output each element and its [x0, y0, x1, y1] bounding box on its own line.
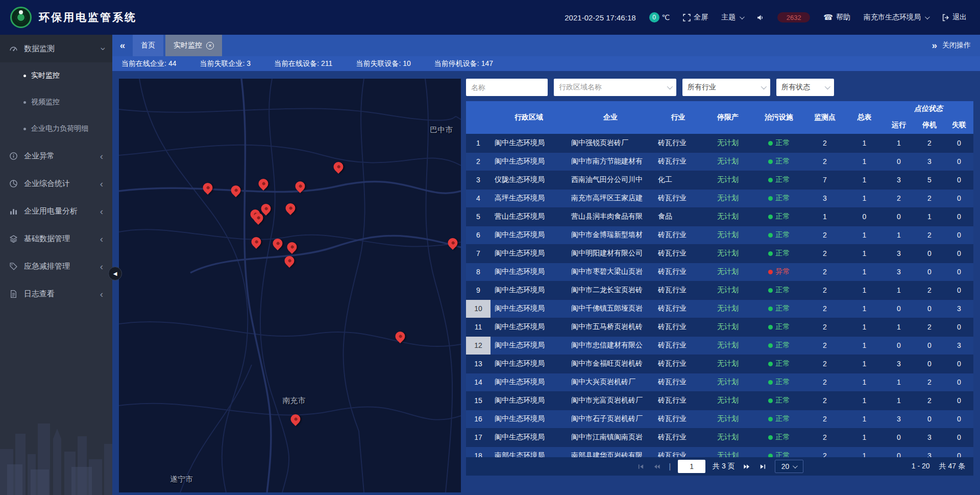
table-row[interactable]: 5营山生态环境局营山县润丰肉食品有限食品无计划正常10010 [466, 207, 973, 226]
tabs-scroll-left-icon[interactable]: « [112, 35, 133, 56]
tabs-scroll-right-icon[interactable]: » [932, 40, 937, 51]
sidebar-item-企业电力负荷明细[interactable]: 企业电力负荷明细 [0, 115, 112, 142]
logout-button[interactable]: 退出 [942, 13, 967, 22]
cell-region: 阆中生态环境局 [491, 152, 567, 171]
cell-monitor-count: 2 [804, 336, 845, 355]
sidebar: 数据监测‹实时监控视频监控企业电力负荷明细企业异常‹企业综合统计‹企业用电量分析… [0, 35, 112, 495]
table-row[interactable]: 16阆中生态环境局阆中市石子页岩机砖厂砖瓦行业无计划正常21300 [466, 410, 973, 428]
sidebar-group-3[interactable]: 企业用电量分析‹ [0, 197, 112, 225]
table-row[interactable]: 14阆中生态环境局阆中大兴页岩机砖厂砖瓦行业无计划正常21120 [466, 373, 973, 391]
sidebar-item-label: 实时监控 [31, 71, 60, 80]
sidebar-group-4[interactable]: 基础数据管理‹ [0, 225, 112, 252]
status-dot-icon [768, 325, 773, 329]
cell-lost-count: 0 [945, 244, 973, 263]
cell-facility-status: 正常 [753, 134, 804, 152]
cell-stop-count: 0 [914, 263, 945, 281]
tab-实时监控[interactable]: 实时监控× [165, 35, 222, 56]
table-row[interactable]: 4高坪生态环境局南充市高坪区王家店建砖瓦行业无计划正常31220 [466, 189, 973, 207]
cell-row-number: 10 [466, 299, 491, 318]
cell-company: 阆中市南方节能建材有 [567, 152, 654, 171]
table-row[interactable]: 8阆中生态环境局阆中市枣碧大梁山页岩砖瓦行业无计划异常21300 [466, 263, 973, 281]
cell-region: 南部生态环境局 [491, 446, 567, 457]
sidebar-item-实时监控[interactable]: 实时监控 [0, 62, 112, 89]
stat-item: 当前在线企业:44 [121, 59, 176, 68]
next-page-icon[interactable] [742, 462, 751, 470]
sidebar-group-0[interactable]: 数据监测‹ [0, 35, 112, 62]
cell-lost-count: 0 [945, 263, 973, 281]
table-row[interactable]: 17阆中生态环境局阆中市江南镇阆南页岩砖瓦行业无计划正常21030 [466, 428, 973, 446]
cell-row-number: 13 [466, 355, 491, 373]
map[interactable]: 巴中市南充市遂宁市 [119, 79, 461, 492]
cell-monitor-count: 2 [804, 281, 845, 299]
sidebar-group-5[interactable]: 应急减排管理‹ [0, 252, 112, 280]
cell-facility-status: 正常 [753, 446, 804, 457]
page-size-select[interactable]: 20 [775, 460, 803, 473]
help-button[interactable]: ☎ 帮助 [823, 13, 850, 22]
cell-row-number: 6 [466, 226, 491, 244]
name-filter-input[interactable] [466, 79, 548, 96]
cell-stop-count: 3 [914, 428, 945, 446]
cell-facility-status: 正常 [753, 391, 804, 410]
table-row[interactable]: 1阆中生态环境局阆中强锐页岩砖厂砖瓦行业无计划正常21120 [466, 134, 973, 152]
cell-run-count: 1 [884, 134, 914, 152]
cell-monitor-count: 3 [804, 189, 845, 207]
stat-value: 10 [403, 59, 411, 67]
stat-value: 211 [321, 59, 332, 67]
cell-stop-count: 1 [914, 207, 945, 226]
cell-stop-count: 2 [914, 226, 945, 244]
fullscreen-button[interactable]: 全屏 [683, 13, 708, 22]
cell-company: 阆中市江南镇阆南页岩 [567, 428, 654, 446]
table-row[interactable]: 3仪陇生态环境局西南油气田分公司川中化工无计划正常71350 [466, 171, 973, 189]
cell-region: 高坪生态环境局 [491, 189, 567, 207]
table-row[interactable]: 18南部生态环境局南部县建华页岩砖有限砖瓦行业无计划正常21030 [466, 446, 973, 457]
cell-run-count: 3 [884, 244, 914, 263]
table-row[interactable]: 2阆中生态环境局阆中市南方节能建材有砖瓦行业无计划正常21030 [466, 152, 973, 171]
close-icon[interactable]: × [206, 42, 214, 50]
theme-dropdown[interactable]: 主题 [721, 13, 743, 22]
table-header: 行政区域企业行业停限产治污设施监测点总表点位状态运行停机失联 [466, 101, 973, 134]
cell-industry: 砖瓦行业 [654, 244, 702, 263]
table-row[interactable]: 13阆中生态环境局阆中市金福旺页岩机砖砖瓦行业无计划正常21300 [466, 355, 973, 373]
prev-page-icon[interactable] [652, 462, 662, 470]
status-filter-select[interactable]: 所有状态 [776, 79, 834, 96]
stat-item: 当前在线设备:211 [274, 59, 332, 68]
table-row[interactable]: 15阆中生态环境局阆中市光富页岩机砖厂砖瓦行业无计划正常21120 [466, 391, 973, 410]
status-dot-icon [768, 233, 773, 238]
cell-monitor-count: 2 [804, 318, 845, 336]
table-row[interactable]: 9阆中生态环境局阆中市二龙长宝页岩砖砖瓦行业无计划正常21120 [466, 281, 973, 299]
last-page-icon[interactable] [758, 462, 768, 470]
cell-company: 阆中市金福旺页岩机砖 [567, 355, 654, 373]
col-header-2: 企业 [567, 101, 654, 134]
cell-meter-count: 1 [845, 410, 884, 428]
layers-icon [9, 234, 18, 243]
table-row[interactable]: 7阆中生态环境局阆中明阳建材有限公司砖瓦行业无计划正常21300 [466, 244, 973, 263]
sidebar-collapse-button[interactable]: ◀ [108, 267, 122, 280]
region-filter-select[interactable]: 行政区域名称 [554, 79, 676, 96]
page-number-input[interactable] [678, 460, 705, 473]
sidebar-group-label: 日志查看 [24, 289, 100, 299]
cell-region: 阆中生态环境局 [491, 226, 567, 244]
table-row[interactable]: 6阆中生态环境局阆中市金博瑞新型墙材砖瓦行业无计划正常21120 [466, 226, 973, 244]
tab-首页[interactable]: 首页 [133, 35, 163, 56]
cell-lost-count: 0 [945, 171, 973, 189]
table-row[interactable]: 11阆中生态环境局阆中市五马桥页岩机砖砖瓦行业无计划正常21120 [466, 318, 973, 336]
cell-stop-count: 0 [914, 299, 945, 318]
org-dropdown[interactable]: 南充市生态环境局 [864, 13, 928, 22]
close-operations-button[interactable]: 关闭操作 [942, 41, 971, 50]
cell-monitor-count: 2 [804, 263, 845, 281]
announcement-speaker[interactable] [756, 14, 764, 21]
first-page-icon[interactable] [636, 462, 645, 470]
cell-run-count: 1 [884, 391, 914, 410]
industry-filter-select[interactable]: 所有行业 [682, 79, 770, 96]
table-row[interactable]: 10阆中生态环境局阆中千佛镇五郎垭页岩砖瓦行业无计划正常21003 [466, 299, 973, 318]
cell-stop-count: 2 [914, 189, 945, 207]
cell-lost-count: 3 [945, 299, 973, 318]
table-row[interactable]: 12阆中生态环境局阆中市忠信建材有限公砖瓦行业无计划正常21003 [466, 336, 973, 355]
sidebar-group-6[interactable]: 日志查看‹ [0, 280, 112, 308]
notice-count-badge[interactable]: 2632 [777, 12, 810, 22]
cell-limit-plan: 无计划 [702, 336, 753, 355]
sub-col-header: 停机 [914, 116, 945, 134]
sidebar-item-视频监控[interactable]: 视频监控 [0, 89, 112, 115]
sidebar-group-2[interactable]: 企业综合统计‹ [0, 170, 112, 197]
sidebar-group-1[interactable]: 企业异常‹ [0, 142, 112, 170]
